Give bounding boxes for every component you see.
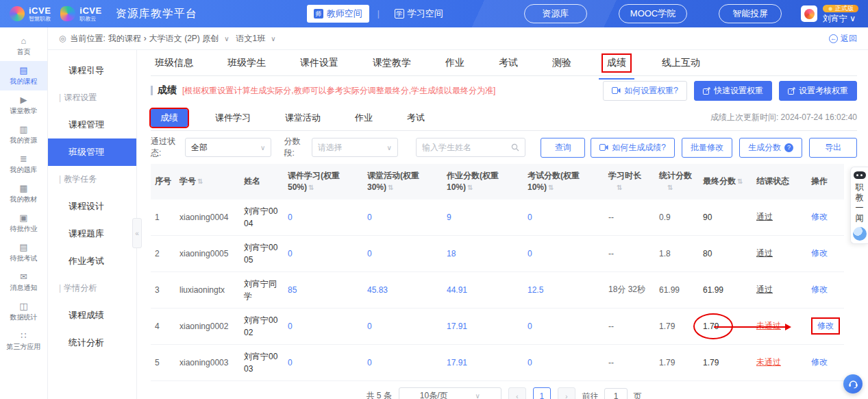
tab-class-info[interactable]: 班级信息 (151, 55, 197, 71)
resource-library-button[interactable]: 资源库 (524, 4, 587, 23)
batch-edit-button[interactable]: 批量修改 (682, 138, 732, 158)
quick-set-weight-button[interactable]: 快速设置权重 (694, 81, 772, 101)
cell-courseware-score[interactable]: 85 (284, 271, 363, 308)
sort-icon[interactable]: ⇅ (617, 183, 651, 193)
edit-link[interactable]: 修改 (811, 285, 828, 294)
breadcrumb-course-select[interactable]: 大学语文 (2P) 原创 (149, 33, 219, 45)
breadcrumb-my-courses[interactable]: 我的课程 (108, 33, 141, 45)
cell-homework-score[interactable]: 18 (443, 235, 523, 271)
cell-activity-score[interactable]: 0 (363, 235, 443, 271)
next-page-button[interactable]: › (558, 387, 575, 399)
range-filter-select[interactable]: 请选择 ∨ (312, 138, 398, 157)
search-icon[interactable] (511, 143, 519, 152)
smart-casting-button[interactable]: 智能投屏 (719, 4, 782, 23)
cell-activity-score[interactable]: 0 (363, 344, 443, 380)
tab-exam[interactable]: 考试 (495, 55, 522, 71)
subtab-exam[interactable]: 考试 (400, 109, 432, 127)
sidebar-item-my-courses[interactable]: ▤我的课程 (0, 61, 47, 90)
tab-homework[interactable]: 作业 (441, 55, 469, 71)
menu-item-course-design[interactable]: 课程设计 (48, 193, 136, 220)
cell-activity-score[interactable]: 0 (363, 200, 443, 236)
menu-item-course-management[interactable]: 课程管理 (48, 111, 136, 138)
menu-item-course-question-bank[interactable]: 课程题库 (48, 220, 136, 247)
edit-link[interactable]: 修改 (811, 212, 828, 221)
cell-courseware-score[interactable]: 0 (284, 200, 363, 236)
sidebar-item-my-resources[interactable]: ▥我的资源 (0, 120, 47, 149)
breadcrumb-class-select[interactable]: 语文1班 (236, 33, 266, 45)
teacher-space-button[interactable]: 师 教师空间 (307, 5, 369, 23)
edit-link[interactable]: 修改 (811, 248, 828, 258)
icve-zhihuizhijiao-logo[interactable]: iCVE 智慧职教 (10, 6, 51, 22)
sidebar-item-classroom-teaching[interactable]: ▶课堂教学 (0, 90, 47, 120)
tab-class-students[interactable]: 班级学生 (223, 55, 270, 71)
status-badge[interactable]: 未通过 (756, 321, 781, 330)
sort-icon[interactable]: ⇅ (737, 178, 743, 185)
status-badge[interactable]: 通过 (756, 248, 773, 258)
how-set-weight-button[interactable]: 如何设置权重? (603, 81, 687, 101)
cell-homework-score[interactable]: 9 (443, 200, 523, 236)
tab-quiz[interactable]: 测验 (548, 55, 575, 71)
export-button[interactable]: 导出 (809, 138, 857, 158)
subtab-class-activity[interactable]: 课堂活动 (278, 109, 327, 127)
back-button[interactable]: ← 返回 (829, 33, 857, 45)
status-badge[interactable]: 未通过 (756, 357, 781, 367)
sort-icon[interactable]: ⇅ (388, 184, 393, 191)
subtab-courseware-study[interactable]: 课件学习 (208, 109, 258, 127)
edit-link[interactable]: 修改 (817, 321, 834, 330)
goto-page-input[interactable] (604, 388, 628, 399)
search-input[interactable] (422, 143, 511, 152)
sidebar-item-notifications[interactable]: ✉消息通知 (0, 267, 47, 297)
sidebar-item-third-party-apps[interactable]: ∷第三方应用 (0, 326, 47, 356)
username-menu[interactable]: 刘宵宁 ∨ (823, 14, 856, 23)
status-badge[interactable]: 通过 (756, 212, 773, 221)
generate-score-button[interactable]: 生成分数 ? (739, 138, 802, 158)
sidebar-item-pending-exams[interactable]: ▤待批考试 (0, 238, 47, 267)
page-number-button[interactable]: 1 (533, 387, 551, 399)
menu-item-class-management[interactable]: 班级管理 (48, 138, 136, 166)
how-generate-grade-button[interactable]: 如何生成成绩? (591, 138, 675, 158)
tab-grades[interactable]: 成绩 (602, 53, 632, 73)
prev-page-button[interactable]: ‹ (508, 387, 526, 399)
subtab-grades[interactable]: 成绩 (151, 109, 188, 127)
avatar[interactable] (801, 5, 817, 22)
mascot-icon[interactable] (853, 227, 867, 241)
cell-exam-score[interactable]: 12.5 (523, 271, 604, 308)
sidebar-item-home[interactable]: ⌂首页 (0, 32, 47, 61)
sort-icon[interactable]: ⇅ (308, 184, 314, 191)
cell-homework-score[interactable]: 17.91 (443, 344, 523, 380)
tab-classroom-teaching[interactable]: 课堂教学 (369, 55, 415, 71)
icve-zhijiaoyun-logo[interactable]: iCVE 职教云 (60, 6, 101, 22)
cell-homework-score[interactable]: 44.91 (443, 271, 523, 308)
tab-courseware-settings[interactable]: 课件设置 (296, 55, 343, 71)
sidebar-item-my-question-bank[interactable]: ≣我的题库 (0, 149, 47, 179)
help-icon[interactable]: ? (784, 143, 793, 152)
sort-icon[interactable]: ⇅ (197, 178, 203, 185)
cell-courseware-score[interactable]: 0 (284, 235, 363, 271)
cell-exam-score[interactable]: 0 (523, 235, 604, 271)
sidebar-item-data-statistics[interactable]: ◫数据统计 (0, 297, 47, 326)
cell-courseware-score[interactable]: 0 (284, 344, 363, 380)
set-assessment-weight-button[interactable]: 设置考核权重 (779, 81, 857, 101)
cell-activity-score[interactable]: 0 (363, 308, 443, 344)
cell-homework-score[interactable]: 17.91 (443, 308, 523, 344)
cell-exam-score[interactable]: 0 (523, 200, 604, 236)
menu-item-homework-exam[interactable]: 作业考试 (48, 247, 136, 275)
mooc-academy-button[interactable]: MOOC学院 (619, 4, 687, 23)
cell-exam-score[interactable]: 0 (523, 308, 604, 344)
status-badge[interactable]: 通过 (756, 285, 773, 294)
menu-item-course-grades[interactable]: 课程成绩 (48, 302, 136, 329)
per-page-select[interactable]: 10条/页 ∨ (399, 387, 501, 399)
sort-icon[interactable]: ⇅ (667, 183, 695, 193)
tab-online-interaction[interactable]: 线上互动 (658, 55, 704, 71)
menu-item-course-guide[interactable]: 课程引导 (48, 57, 136, 84)
subtab-homework[interactable]: 作业 (348, 109, 380, 127)
sidebar-collapse-handle[interactable]: « (132, 218, 142, 248)
sidebar-item-pending-homework[interactable]: ▣待批作业 (0, 208, 47, 238)
edit-link[interactable]: 修改 (811, 357, 828, 367)
customer-service-button[interactable] (843, 374, 863, 394)
cell-courseware-score[interactable]: 0 (284, 308, 363, 344)
sidebar-item-my-textbooks[interactable]: ▦我的教材 (0, 179, 47, 208)
status-filter-select[interactable]: 全部 ∨ (185, 138, 271, 157)
cell-activity-score[interactable]: 45.83 (363, 271, 443, 308)
hide-widget-icon[interactable] (854, 171, 866, 179)
